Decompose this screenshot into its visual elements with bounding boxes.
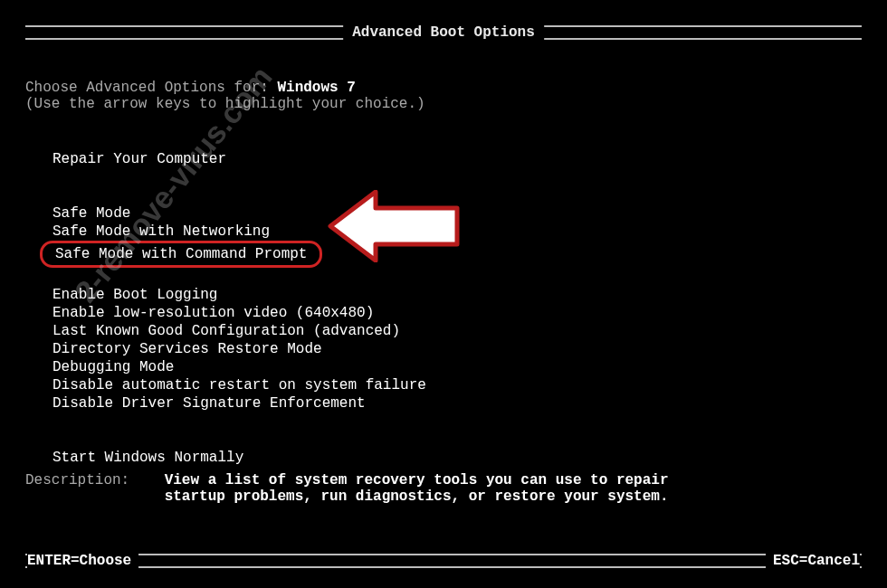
footer-bar: ENTER=Choose ESC=Cancel: [25, 554, 862, 568]
menu-item-last-known-good[interactable]: Last Known Good Configuration (advanced): [47, 322, 405, 340]
menu-item-low-res[interactable]: Enable low-resolution video (640x480): [47, 304, 379, 322]
menu-item-boot-logging[interactable]: Enable Boot Logging: [47, 286, 223, 304]
intro-prefix: Choose Advanced Options for:: [25, 80, 277, 96]
content-area: Choose Advanced Options for: Windows 7 (…: [0, 40, 887, 467]
description-line2: startup problems, run diagnostics, or re…: [165, 488, 669, 505]
title-bar: Advanced Boot Options: [25, 25, 862, 40]
menu-item-repair[interactable]: Repair Your Computer: [47, 150, 232, 168]
menu-item-ds-restore[interactable]: Directory Services Restore Mode: [47, 340, 328, 358]
footer-enter: ENTER=Choose: [27, 553, 138, 569]
menu-item-disable-driver-sig[interactable]: Disable Driver Signature Enforcement: [47, 394, 371, 413]
menu-item-disable-auto-restart[interactable]: Disable automatic restart on system fail…: [47, 376, 432, 394]
description-label: Description:: [25, 472, 129, 488]
page-title: Advanced Boot Options: [343, 24, 544, 41]
description-block: Description: View a list of system recov…: [25, 472, 862, 505]
os-name: Windows 7: [277, 80, 355, 96]
footer-esc: ESC=Cancel: [766, 553, 860, 569]
menu-item-start-normally[interactable]: Start Windows Normally: [47, 449, 249, 467]
intro-hint: (Use the arrow keys to highlight your ch…: [25, 96, 862, 112]
intro-line: Choose Advanced Options for: Windows 7: [25, 80, 862, 96]
menu-item-debugging[interactable]: Debugging Mode: [47, 358, 179, 376]
boot-menu[interactable]: Repair Your Computer Safe Mode Safe Mode…: [25, 150, 862, 467]
description-line1: View a list of system recovery tools you…: [165, 472, 669, 488]
menu-item-safe-mode-cmd[interactable]: Safe Mode with Command Prompt: [50, 245, 312, 263]
menu-item-safe-mode[interactable]: Safe Mode: [47, 204, 136, 223]
menu-item-safe-mode-networking[interactable]: Safe Mode with Networking: [47, 223, 275, 241]
highlight-circle: Safe Mode with Command Prompt: [40, 241, 322, 268]
